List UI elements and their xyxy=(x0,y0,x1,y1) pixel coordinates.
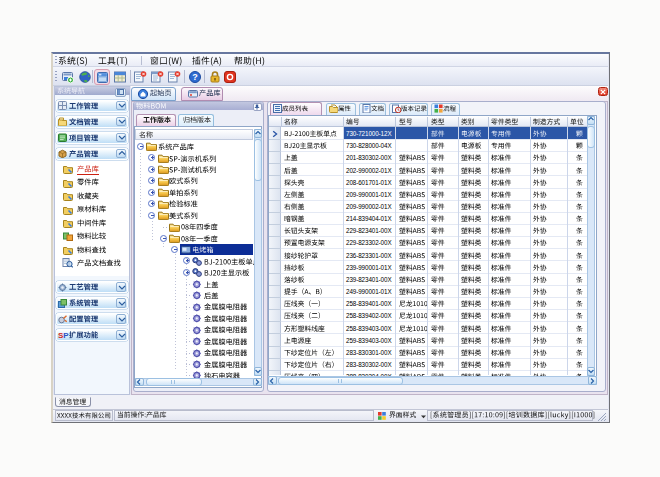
svg-text:?: ? xyxy=(192,72,198,82)
